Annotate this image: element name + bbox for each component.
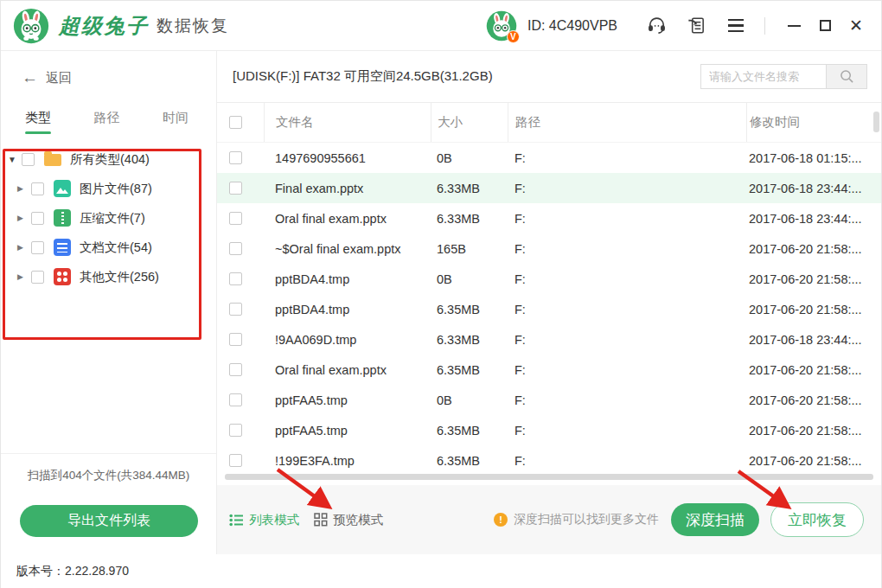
cell-file-size: 0B bbox=[431, 393, 508, 407]
row-checkbox[interactable] bbox=[229, 182, 242, 195]
customer-service-icon[interactable] bbox=[646, 16, 667, 36]
expand-arrow-icon[interactable]: ▶ bbox=[17, 184, 31, 193]
cell-file-path: F: bbox=[508, 242, 746, 256]
row-checkbox[interactable] bbox=[229, 333, 242, 346]
select-all-checkbox[interactable] bbox=[229, 116, 242, 129]
cell-modified-time: 2017-06-20 21:58:... bbox=[746, 272, 881, 286]
tab-label: 类型 bbox=[25, 110, 51, 125]
expand-arrow-icon[interactable]: ▶ bbox=[17, 272, 31, 281]
cell-file-name: pptBDA4.tmp bbox=[264, 303, 431, 316]
vertical-scrollbar[interactable] bbox=[873, 112, 879, 132]
table-row[interactable]: pptBDA4.tmp 6.35MB F: 2017-06-20 21:58:.… bbox=[217, 294, 881, 324]
tree-item[interactable]: ▶ 其他文件(256) bbox=[1, 262, 216, 291]
cell-file-path: F: bbox=[508, 212, 746, 226]
column-header-name[interactable]: 文件名 bbox=[264, 103, 431, 142]
tree-item-checkbox[interactable] bbox=[31, 241, 44, 254]
table-row[interactable]: pptBDA4.tmp 0B F: 2017-06-20 21:58:... bbox=[217, 264, 881, 294]
tree-item-label: 文档文件(54) bbox=[80, 240, 152, 256]
tree-item-checkbox[interactable] bbox=[31, 271, 44, 284]
expand-arrow-icon[interactable]: ▶ bbox=[17, 214, 31, 222]
app-body: ← 返回 类型路径时间 ▼ 所有类型(404) ▶ 图片文件(87) ▶ 压缩文… bbox=[1, 51, 881, 554]
cell-file-name: ~$Oral final exam.pptx bbox=[264, 242, 431, 256]
tree-item-checkbox[interactable] bbox=[22, 153, 35, 166]
cell-file-path: F: bbox=[508, 424, 746, 438]
tree-item[interactable]: ▼ 所有类型(404) bbox=[1, 144, 216, 174]
sidebar-divider bbox=[1, 453, 216, 454]
row-checkbox[interactable] bbox=[229, 424, 242, 437]
recover-now-button[interactable]: 立即恢复 bbox=[770, 502, 864, 537]
tree-item-checkbox[interactable] bbox=[31, 182, 44, 195]
column-header-size[interactable]: 大小 bbox=[431, 103, 508, 142]
minimize-button[interactable] bbox=[783, 15, 805, 37]
export-file-list-button[interactable]: 导出文件列表 bbox=[20, 505, 198, 537]
cell-file-size: 6.35MB bbox=[431, 424, 508, 438]
tab-label: 时间 bbox=[163, 110, 189, 125]
back-arrow-icon: ← bbox=[22, 68, 38, 87]
cell-file-size: 6.33MB bbox=[431, 182, 508, 195]
table-row[interactable]: Final exam.pptx 6.33MB F: 2017-06-18 23:… bbox=[217, 173, 881, 203]
file-type-tree: ▼ 所有类型(404) ▶ 图片文件(87) ▶ 压缩文件(7) ▶ 文档文件(… bbox=[1, 144, 216, 291]
drive-info: [UDISK(F:)] FAT32 可用空间24.5GB(31.2GB) bbox=[233, 68, 493, 85]
cell-file-size: 6.33MB bbox=[431, 212, 508, 226]
tree-item-checkbox[interactable] bbox=[31, 212, 44, 225]
table-row[interactable]: pptFAA5.tmp 6.35MB F: 2017-06-20 21:58:.… bbox=[217, 415, 881, 445]
menu-icon[interactable] bbox=[725, 16, 746, 36]
search-button[interactable] bbox=[826, 64, 867, 89]
list-mode-toggle[interactable]: 列表模式 bbox=[229, 512, 299, 528]
cell-file-name: pptBDA4.tmp bbox=[264, 272, 431, 286]
cell-file-size: 6.35MB bbox=[431, 303, 508, 316]
file-type-icon bbox=[54, 268, 71, 285]
filter-tab[interactable]: 时间 bbox=[163, 110, 189, 134]
tree-item[interactable]: ▶ 文档文件(54) bbox=[1, 233, 216, 262]
deep-scan-button[interactable]: 深度扫描 bbox=[671, 503, 759, 536]
table-row[interactable]: Oral final exam.pptx 6.35MB F: 2017-06-2… bbox=[217, 355, 881, 385]
avatar[interactable]: V bbox=[486, 10, 517, 42]
cell-file-path: F: bbox=[508, 303, 746, 316]
table-row[interactable]: ~$Oral final exam.pptx 165B F: 2017-06-2… bbox=[217, 233, 881, 264]
row-checkbox[interactable] bbox=[229, 242, 242, 255]
filter-tab[interactable]: 路径 bbox=[94, 110, 120, 134]
column-header-time[interactable]: 修改时间 bbox=[746, 103, 881, 142]
statusbar: 版本号：2.22.28.970 bbox=[1, 554, 881, 588]
expand-arrow-icon[interactable]: ▶ bbox=[17, 243, 31, 252]
cell-modified-time: 2017-06-20 21:58:... bbox=[746, 242, 881, 256]
feedback-icon[interactable] bbox=[686, 16, 706, 36]
table-row[interactable]: pptFAA5.tmp 0B F: 2017-06-20 21:58:... bbox=[217, 385, 881, 415]
column-header-path[interactable]: 路径 bbox=[508, 103, 746, 142]
back-button[interactable]: ← 返回 bbox=[22, 68, 82, 87]
table-row[interactable]: !9AA069D.tmp 6.33MB F: 2017-06-18 23:44:… bbox=[217, 324, 881, 355]
tree-item[interactable]: ▶ 压缩文件(7) bbox=[1, 203, 216, 233]
filter-tabs: 类型路径时间 bbox=[25, 110, 189, 134]
table-row[interactable]: !199E3FA.tmp 6.35MB F: 2017-06-20 21:58:… bbox=[217, 445, 881, 476]
row-checkbox[interactable] bbox=[229, 303, 242, 316]
cell-modified-time: 2017-06-20 21:58:... bbox=[746, 454, 881, 468]
main-panel: [UDISK(F:)] FAT32 可用空间24.5GB(31.2GB) 文件名… bbox=[217, 51, 881, 554]
horizontal-scrollbar[interactable] bbox=[225, 474, 873, 480]
maximize-button[interactable] bbox=[814, 15, 836, 37]
row-checkbox[interactable] bbox=[229, 393, 242, 406]
cell-file-path: F: bbox=[508, 182, 746, 195]
tree-item[interactable]: ▶ 图片文件(87) bbox=[1, 174, 216, 203]
row-checkbox[interactable] bbox=[229, 212, 242, 225]
row-checkbox[interactable] bbox=[229, 272, 242, 285]
table-row[interactable]: Oral final exam.pptx 6.33MB F: 2017-06-1… bbox=[217, 203, 881, 233]
row-checkbox[interactable] bbox=[229, 363, 242, 376]
product-name: 数据恢复 bbox=[157, 15, 229, 37]
vip-badge: V bbox=[507, 30, 520, 43]
expand-arrow-icon[interactable]: ▼ bbox=[8, 155, 22, 164]
filter-tab[interactable]: 类型 bbox=[25, 110, 51, 134]
preview-mode-icon bbox=[314, 513, 328, 527]
scan-summary: 扫描到404个文件(共384.44MB) bbox=[1, 468, 216, 483]
close-button[interactable]: ✕ bbox=[845, 15, 867, 37]
row-checkbox[interactable] bbox=[229, 151, 242, 164]
preview-mode-toggle[interactable]: 预览模式 bbox=[314, 512, 383, 528]
cell-file-path: F: bbox=[508, 151, 746, 165]
version-label: 版本号：2.22.28.970 bbox=[16, 564, 129, 579]
list-mode-label: 列表模式 bbox=[249, 512, 299, 528]
cell-modified-time: 2017-06-20 21:58:... bbox=[746, 424, 881, 438]
table-row[interactable]: 1497690955661 0B F: 2017-06-18 01:15:... bbox=[217, 143, 881, 173]
search-input[interactable] bbox=[700, 64, 826, 89]
table-header: 文件名 大小 路径 修改时间 bbox=[217, 102, 881, 143]
footer-bar: 列表模式 预览模式 ! 深度扫描可以找到更多文件 深度扫描 立即恢复 bbox=[217, 485, 881, 554]
row-checkbox[interactable] bbox=[229, 454, 242, 467]
